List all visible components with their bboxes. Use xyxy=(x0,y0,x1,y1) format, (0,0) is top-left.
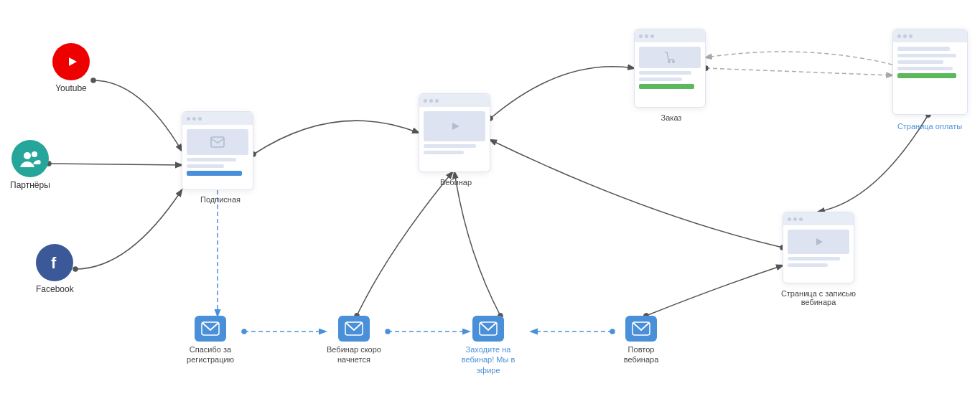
payment-label: Страница оплаты xyxy=(890,122,969,131)
soon-label: Вебинар скоро начнется xyxy=(325,344,383,365)
card-header-subscribe xyxy=(182,112,253,125)
order-line1 xyxy=(639,71,691,75)
live-icon xyxy=(472,316,504,342)
canvas: Youtube Партнёры f Facebook xyxy=(0,0,980,409)
webinar-label: Вебинар xyxy=(434,178,477,187)
card-header-order xyxy=(635,29,705,42)
svg-point-10 xyxy=(668,60,671,63)
email-replay: Повтор вебинара xyxy=(612,316,670,365)
card-header-replay xyxy=(783,212,854,225)
page-replay xyxy=(783,212,854,283)
card-body-order xyxy=(635,42,705,107)
svg-point-5 xyxy=(32,151,37,157)
webinar-img xyxy=(424,111,485,141)
svg-point-11 xyxy=(672,60,675,63)
replay-line1 xyxy=(788,257,840,260)
subscribe-img xyxy=(187,129,248,155)
card-body-payment xyxy=(893,42,967,114)
replay-line2 xyxy=(788,263,828,267)
svg-point-4 xyxy=(24,152,31,159)
replay-email-label: Повтор вебинара xyxy=(612,344,670,365)
payment-line4 xyxy=(897,67,953,70)
card-body-subscribe xyxy=(182,125,253,189)
subscribe-line2 xyxy=(187,164,224,168)
facebook-icon: f xyxy=(36,244,73,281)
payment-line2 xyxy=(897,54,956,57)
email-live: Заходите на вебинар! Мы в эфире xyxy=(459,316,517,375)
card-header-payment xyxy=(893,29,967,42)
email-soon: Вебинар скоро начнется xyxy=(325,316,383,365)
order-btn xyxy=(639,84,694,89)
card-header-webinar xyxy=(419,94,490,107)
order-label: Заказ xyxy=(653,113,689,122)
svg-text:f: f xyxy=(51,254,57,272)
thanks-icon xyxy=(195,316,226,342)
page-webinar xyxy=(419,93,490,172)
source-facebook: f Facebook xyxy=(36,244,74,294)
subscribe-line1 xyxy=(187,158,236,161)
replay-email-icon xyxy=(625,316,657,342)
page-payment xyxy=(892,29,968,115)
thanks-label: Спасибо за регистрацию xyxy=(182,344,239,365)
youtube-label: Youtube xyxy=(55,83,87,93)
replay-label: Страница с записью вебинара xyxy=(772,289,865,306)
partners-label: Партнёры xyxy=(10,180,50,190)
facebook-label: Facebook xyxy=(36,284,74,294)
card-body-webinar xyxy=(419,107,490,171)
order-img xyxy=(639,47,701,68)
replay-img xyxy=(788,230,849,254)
source-youtube: Youtube xyxy=(52,43,90,93)
page-subscribe xyxy=(182,111,253,190)
subscribe-label: Подписная xyxy=(192,195,249,204)
svg-rect-7 xyxy=(211,137,224,147)
subscribe-btn xyxy=(187,171,242,176)
youtube-icon xyxy=(52,43,90,80)
payment-btn xyxy=(897,73,956,78)
order-line2 xyxy=(639,77,682,81)
live-label: Заходите на вебинар! Мы в эфире xyxy=(459,344,517,375)
partners-icon xyxy=(11,140,49,177)
soon-icon xyxy=(338,316,370,342)
email-thanks: Спасибо за регистрацию xyxy=(182,316,239,365)
payment-line1 xyxy=(897,47,950,51)
page-order xyxy=(634,29,706,108)
payment-line3 xyxy=(897,60,943,64)
webinar-line2 xyxy=(424,151,464,154)
source-partners: Партнёры xyxy=(10,140,50,190)
webinar-line1 xyxy=(424,144,476,148)
card-body-replay xyxy=(783,225,854,283)
